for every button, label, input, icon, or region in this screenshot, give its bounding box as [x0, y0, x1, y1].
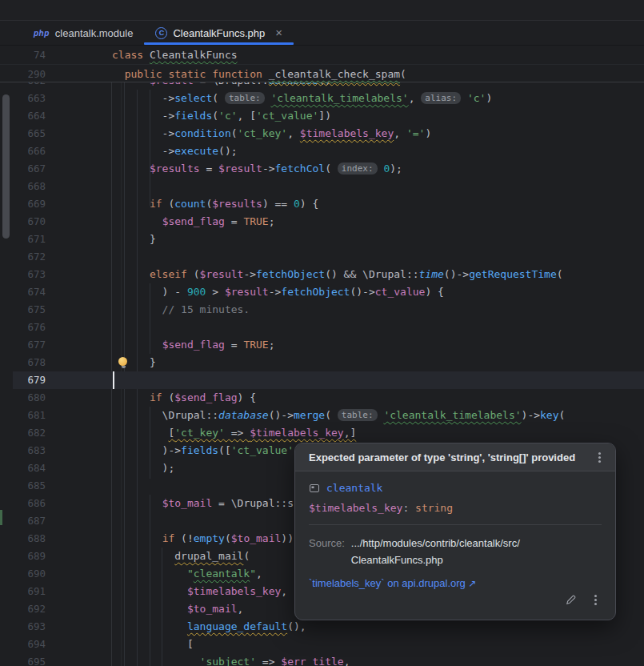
code-line-666[interactable]: 666 ->execute(); [0, 142, 644, 160]
tab-cleantalk-module[interactable]: php cleantalk.module [22, 21, 144, 45]
code-line-668[interactable]: 668 [0, 178, 644, 195]
tooltip-body: cleantalk $timelabels_key: string Source… [295, 471, 615, 612]
code-text: ->condition('ct_key', $timelabels_key, '… [112, 125, 431, 142]
code-text: ->fields('c', ['ct_value']) [112, 107, 331, 125]
code-line-670[interactable]: 670 $send_flag = TRUE; [0, 213, 644, 231]
code-line-669[interactable]: 669 if (count($results) == 0) { [0, 195, 644, 213]
code-line-694[interactable]: 694 [ [0, 636, 644, 653]
scrollbar-thumb[interactable] [2, 94, 10, 239]
line-number[interactable]: 681 [0, 407, 46, 424]
code-text: [ [112, 636, 194, 653]
inline-hint-chip: index: [338, 162, 378, 175]
code-line-679[interactable]: 679 [0, 371, 644, 389]
code-text: $timelabels_key, [112, 583, 287, 600]
code-line-681[interactable]: 681 \Drupal::database()->merge( table: '… [0, 407, 644, 424]
code-text: language_default(), [112, 618, 306, 636]
module-link[interactable]: cleantalk [326, 482, 382, 494]
line-number[interactable]: 686 [0, 495, 46, 512]
inline-hint-chip: table: [338, 409, 378, 421]
code-text: "cleantalk", [112, 565, 262, 583]
code-line-665[interactable]: 665 ->condition('ct_key', $timelabels_ke… [0, 125, 644, 142]
source-path: .../http/modules/contrib/cleantalk/src/ … [351, 535, 520, 568]
signature-type: string [415, 502, 453, 514]
line-number[interactable]: 692 [0, 600, 46, 618]
tooltip-menu-button[interactable] [595, 456, 604, 459]
line-number[interactable]: 677 [0, 336, 46, 354]
code-text: $results = $result->fetchCol( index: 0); [112, 160, 402, 178]
line-number[interactable]: 688 [0, 530, 46, 548]
code-line-672[interactable]: 672 [0, 248, 644, 266]
line-number[interactable]: 689 [0, 548, 46, 565]
line-number[interactable]: 74 [0, 46, 46, 64]
ide-window: { "colors": { "accent": "#3574f0", "edit… [0, 0, 644, 666]
sticky-line-290[interactable]: 290 public static function _cleantalk_ch… [0, 64, 644, 82]
code-line-695[interactable]: 695 'subject' => $err_title, [0, 653, 644, 666]
line-number[interactable]: 678 [0, 354, 46, 371]
signature-colon: : [402, 502, 415, 514]
editor-tab-bar: php cleantalk.module C CleantalkFuncs.ph… [0, 21, 644, 46]
code-text: $send_flag = TRUE; [112, 336, 275, 354]
vcs-change-marker [0, 510, 2, 525]
line-number[interactable]: 680 [0, 389, 46, 407]
api-drupal-link[interactable]: `timelabels_key` on api.drupal.org ↗ [309, 577, 602, 589]
line-number[interactable]: 687 [0, 512, 46, 530]
line-number[interactable]: 694 [0, 636, 46, 653]
code-text: public static function _cleantalk_check_… [112, 65, 406, 83]
source-row: Source: .../http/modules/contrib/cleanta… [309, 535, 602, 568]
line-number[interactable]: 682 [0, 424, 46, 442]
line-number[interactable]: 684 [0, 459, 46, 477]
line-number[interactable]: 675 [0, 301, 46, 319]
edit-pencil-icon[interactable] [565, 594, 577, 606]
code-line-664[interactable]: 664 ->fields('c', ['ct_value']) [0, 107, 644, 125]
line-number[interactable]: 693 [0, 618, 46, 636]
signature-variable: $timelabels_key [309, 502, 402, 514]
code-line-682[interactable]: 682 ['ct_key' => $timelabels_key,] [0, 424, 644, 442]
line-number[interactable]: 691 [0, 583, 46, 600]
tab-cleantalkfuncs-php[interactable]: C CleantalkFuncs.php × [144, 21, 294, 45]
line-number[interactable]: 672 [0, 248, 46, 266]
code-text: if (!empty($to_mail)) [112, 530, 294, 548]
code-text: ->execute(); [112, 142, 238, 160]
code-line-673[interactable]: 673 elseif ($result->fetchObject() && \D… [0, 266, 644, 283]
line-number[interactable]: 679 [0, 371, 46, 389]
sticky-lines-header: 74class CleantalkFuncs290 public static … [0, 46, 644, 82]
line-number[interactable]: 685 [0, 477, 46, 495]
external-link-icon: ↗ [468, 578, 476, 589]
more-kebab-icon [598, 456, 601, 459]
code-text: if (count($results) == 0) { [112, 195, 318, 213]
line-number[interactable]: 290 [0, 65, 46, 83]
line-number[interactable]: 674 [0, 283, 46, 301]
line-number[interactable]: 695 [0, 653, 46, 666]
tab-label: CleantalkFuncs.php [173, 27, 265, 39]
code-text: // 15 minutes. [112, 301, 250, 319]
module-icon [309, 483, 320, 494]
code-text: $send_flag = TRUE; [112, 213, 275, 231]
line-number[interactable]: 690 [0, 565, 46, 583]
line-number[interactable]: 673 [0, 266, 46, 283]
code-line-676[interactable]: 676 [0, 319, 644, 336]
close-icon[interactable]: × [275, 27, 282, 38]
line-number[interactable]: 683 [0, 442, 46, 459]
tooltip-footer-menu-button[interactable] [591, 599, 600, 601]
class-icon: C [155, 27, 167, 39]
code-line-677[interactable]: 677 $send_flag = TRUE; [0, 336, 644, 354]
tooltip-header: Expected parameter of type 'string', 'st… [295, 443, 615, 471]
code-text: } [112, 231, 156, 248]
intention-bulb-icon[interactable] [118, 357, 128, 369]
code-line-680[interactable]: 680 if ($send_flag) { [0, 389, 644, 407]
code-line-678[interactable]: 678 } [0, 354, 644, 371]
code-line-667[interactable]: 667 $results = $result->fetchCol( index:… [0, 160, 644, 178]
line-number[interactable]: 676 [0, 319, 46, 336]
code-line-674[interactable]: 674 ) - 900 > $result->fetchObject()->ct… [0, 283, 644, 301]
code-text: \Drupal::database()->merge( table: 'clea… [112, 407, 565, 424]
code-line-671[interactable]: 671 } [0, 231, 644, 248]
code-text: $to_mail, [112, 600, 243, 618]
code-line-663[interactable]: 663 ->select( table: 'cleantalk_timelabe… [0, 90, 644, 107]
tab-label: cleantalk.module [55, 27, 134, 39]
inline-hint-chip: table: [225, 92, 265, 104]
code-line-675[interactable]: 675 // 15 minutes. [0, 301, 644, 319]
sticky-line-74[interactable]: 74class CleantalkFuncs [0, 46, 644, 64]
code-line-693[interactable]: 693 language_default(), [0, 618, 644, 636]
tooltip-divider [309, 524, 602, 525]
code-text: class CleantalkFuncs [112, 46, 238, 64]
